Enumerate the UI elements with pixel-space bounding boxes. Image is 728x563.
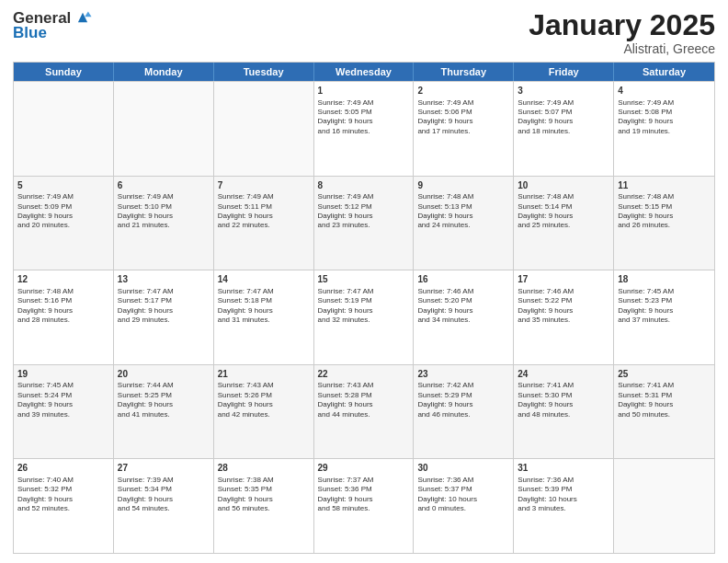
week-row-1: 5Sunrise: 7:49 AM Sunset: 5:09 PM Daylig…	[14, 176, 714, 270]
header: General Blue January 2025 Alistrati, Gre…	[13, 9, 715, 56]
header-wednesday: Wednesday	[314, 63, 415, 81]
day-number-21: 21	[218, 368, 310, 381]
cal-cell-3-4: 23Sunrise: 7:42 AM Sunset: 5:29 PM Dayli…	[414, 365, 514, 459]
cell-text-22: Sunrise: 7:43 AM Sunset: 5:28 PM Dayligh…	[318, 381, 410, 419]
day-number-2: 2	[417, 85, 509, 98]
cell-text-5: Sunrise: 7:49 AM Sunset: 5:09 PM Dayligh…	[17, 192, 109, 231]
svg-marker-1	[85, 11, 92, 17]
week-row-2: 12Sunrise: 7:48 AM Sunset: 5:16 PM Dayli…	[14, 270, 714, 364]
logo: General Blue	[13, 9, 93, 42]
cell-text-31: Sunrise: 7:36 AM Sunset: 5:39 PM Dayligh…	[518, 476, 609, 514]
header-saturday: Saturday	[614, 63, 714, 81]
cell-text-27: Sunrise: 7:39 AM Sunset: 5:34 PM Dayligh…	[118, 476, 210, 514]
cell-text-28: Sunrise: 7:38 AM Sunset: 5:35 PM Dayligh…	[218, 476, 310, 514]
cell-text-30: Sunrise: 7:36 AM Sunset: 5:37 PM Dayligh…	[417, 476, 509, 514]
cell-text-25: Sunrise: 7:41 AM Sunset: 5:31 PM Dayligh…	[618, 381, 711, 419]
page: General Blue January 2025 Alistrati, Gre…	[0, 0, 728, 563]
cal-cell-3-1: 20Sunrise: 7:44 AM Sunset: 5:25 PM Dayli…	[114, 365, 214, 459]
day-number-11: 11	[618, 179, 711, 192]
month-title: January 2025	[529, 9, 715, 41]
cell-text-15: Sunrise: 7:47 AM Sunset: 5:19 PM Dayligh…	[318, 287, 410, 326]
cal-cell-2-4: 16Sunrise: 7:46 AM Sunset: 5:20 PM Dayli…	[414, 270, 514, 364]
cell-text-3: Sunrise: 7:49 AM Sunset: 5:07 PM Dayligh…	[518, 98, 609, 137]
cal-cell-1-4: 9Sunrise: 7:48 AM Sunset: 5:13 PM Daylig…	[414, 177, 514, 270]
day-number-25: 25	[618, 368, 711, 381]
cell-text-4: Sunrise: 7:49 AM Sunset: 5:08 PM Dayligh…	[618, 98, 711, 137]
day-number-15: 15	[318, 273, 410, 286]
cell-text-14: Sunrise: 7:47 AM Sunset: 5:18 PM Dayligh…	[218, 287, 310, 326]
calendar-body: 1Sunrise: 7:49 AM Sunset: 5:05 PM Daylig…	[14, 81, 714, 553]
cell-text-18: Sunrise: 7:45 AM Sunset: 5:23 PM Dayligh…	[618, 287, 711, 326]
day-number-17: 17	[518, 273, 609, 286]
day-number-3: 3	[518, 85, 609, 98]
day-number-13: 13	[118, 273, 210, 286]
cal-cell-4-2: 28Sunrise: 7:38 AM Sunset: 5:35 PM Dayli…	[214, 459, 314, 553]
cell-text-23: Sunrise: 7:42 AM Sunset: 5:29 PM Dayligh…	[417, 381, 509, 419]
cell-text-21: Sunrise: 7:43 AM Sunset: 5:26 PM Dayligh…	[218, 381, 310, 419]
cal-cell-2-3: 15Sunrise: 7:47 AM Sunset: 5:19 PM Dayli…	[314, 270, 415, 364]
cal-cell-0-5: 3Sunrise: 7:49 AM Sunset: 5:07 PM Daylig…	[514, 82, 614, 176]
cell-text-26: Sunrise: 7:40 AM Sunset: 5:32 PM Dayligh…	[17, 476, 109, 514]
day-number-7: 7	[218, 179, 310, 192]
day-number-26: 26	[17, 462, 109, 475]
cal-cell-2-1: 13Sunrise: 7:47 AM Sunset: 5:17 PM Dayli…	[114, 270, 214, 364]
cal-cell-1-1: 6Sunrise: 7:49 AM Sunset: 5:10 PM Daylig…	[114, 177, 214, 270]
week-row-3: 19Sunrise: 7:45 AM Sunset: 5:24 PM Dayli…	[14, 364, 714, 459]
day-number-5: 5	[17, 179, 109, 192]
cal-cell-4-1: 27Sunrise: 7:39 AM Sunset: 5:34 PM Dayli…	[114, 459, 214, 553]
cal-cell-3-0: 19Sunrise: 7:45 AM Sunset: 5:24 PM Dayli…	[14, 365, 114, 459]
svg-marker-0	[78, 13, 87, 22]
cal-cell-0-1	[114, 82, 214, 176]
calendar-header: Sunday Monday Tuesday Wednesday Thursday…	[14, 63, 714, 81]
header-monday: Monday	[114, 63, 214, 81]
cal-cell-2-2: 14Sunrise: 7:47 AM Sunset: 5:18 PM Dayli…	[214, 270, 314, 364]
day-number-4: 4	[618, 85, 711, 98]
location-title: Alistrati, Greece	[529, 41, 715, 56]
cal-cell-4-0: 26Sunrise: 7:40 AM Sunset: 5:32 PM Dayli…	[14, 459, 114, 553]
week-row-0: 1Sunrise: 7:49 AM Sunset: 5:05 PM Daylig…	[14, 81, 714, 176]
logo-icon	[73, 7, 93, 28]
cell-text-7: Sunrise: 7:49 AM Sunset: 5:11 PM Dayligh…	[218, 192, 310, 231]
day-number-9: 9	[417, 179, 509, 192]
day-number-31: 31	[518, 462, 609, 475]
day-number-19: 19	[17, 368, 109, 381]
day-number-23: 23	[417, 368, 509, 381]
cal-cell-0-2	[214, 82, 314, 176]
cal-cell-3-5: 24Sunrise: 7:41 AM Sunset: 5:30 PM Dayli…	[514, 365, 614, 459]
cal-cell-0-4: 2Sunrise: 7:49 AM Sunset: 5:06 PM Daylig…	[414, 82, 514, 176]
cal-cell-0-6: 4Sunrise: 7:49 AM Sunset: 5:08 PM Daylig…	[614, 82, 714, 176]
cal-cell-4-5: 31Sunrise: 7:36 AM Sunset: 5:39 PM Dayli…	[514, 459, 614, 553]
cal-cell-0-3: 1Sunrise: 7:49 AM Sunset: 5:05 PM Daylig…	[314, 82, 415, 176]
cal-cell-3-2: 21Sunrise: 7:43 AM Sunset: 5:26 PM Dayli…	[214, 365, 314, 459]
cal-cell-4-6	[614, 459, 714, 553]
title-block: January 2025 Alistrati, Greece	[529, 9, 715, 56]
cell-text-9: Sunrise: 7:48 AM Sunset: 5:13 PM Dayligh…	[417, 192, 509, 231]
day-number-16: 16	[417, 273, 509, 286]
cell-text-20: Sunrise: 7:44 AM Sunset: 5:25 PM Dayligh…	[118, 381, 210, 419]
header-sunday: Sunday	[14, 63, 114, 81]
cal-cell-1-0: 5Sunrise: 7:49 AM Sunset: 5:09 PM Daylig…	[14, 177, 114, 270]
day-number-24: 24	[518, 368, 609, 381]
cell-text-16: Sunrise: 7:46 AM Sunset: 5:20 PM Dayligh…	[417, 287, 509, 326]
cell-text-10: Sunrise: 7:48 AM Sunset: 5:14 PM Dayligh…	[518, 192, 609, 231]
cal-cell-3-6: 25Sunrise: 7:41 AM Sunset: 5:31 PM Dayli…	[614, 365, 714, 459]
cell-text-12: Sunrise: 7:48 AM Sunset: 5:16 PM Dayligh…	[17, 287, 109, 326]
week-row-4: 26Sunrise: 7:40 AM Sunset: 5:32 PM Dayli…	[14, 458, 714, 553]
cell-text-6: Sunrise: 7:49 AM Sunset: 5:10 PM Dayligh…	[118, 192, 210, 231]
day-number-1: 1	[318, 85, 410, 98]
day-number-22: 22	[318, 368, 410, 381]
day-number-8: 8	[318, 179, 410, 192]
cal-cell-4-3: 29Sunrise: 7:37 AM Sunset: 5:36 PM Dayli…	[314, 459, 415, 553]
day-number-14: 14	[218, 273, 310, 286]
header-thursday: Thursday	[414, 63, 514, 81]
cal-cell-1-3: 8Sunrise: 7:49 AM Sunset: 5:12 PM Daylig…	[314, 177, 415, 270]
cal-cell-2-0: 12Sunrise: 7:48 AM Sunset: 5:16 PM Dayli…	[14, 270, 114, 364]
day-number-12: 12	[17, 273, 109, 286]
day-number-20: 20	[118, 368, 210, 381]
calendar: Sunday Monday Tuesday Wednesday Thursday…	[13, 62, 715, 554]
cal-cell-1-5: 10Sunrise: 7:48 AM Sunset: 5:14 PM Dayli…	[514, 177, 614, 270]
cell-text-19: Sunrise: 7:45 AM Sunset: 5:24 PM Dayligh…	[17, 381, 109, 419]
day-number-10: 10	[518, 179, 609, 192]
day-number-18: 18	[618, 273, 711, 286]
cell-text-24: Sunrise: 7:41 AM Sunset: 5:30 PM Dayligh…	[518, 381, 609, 419]
